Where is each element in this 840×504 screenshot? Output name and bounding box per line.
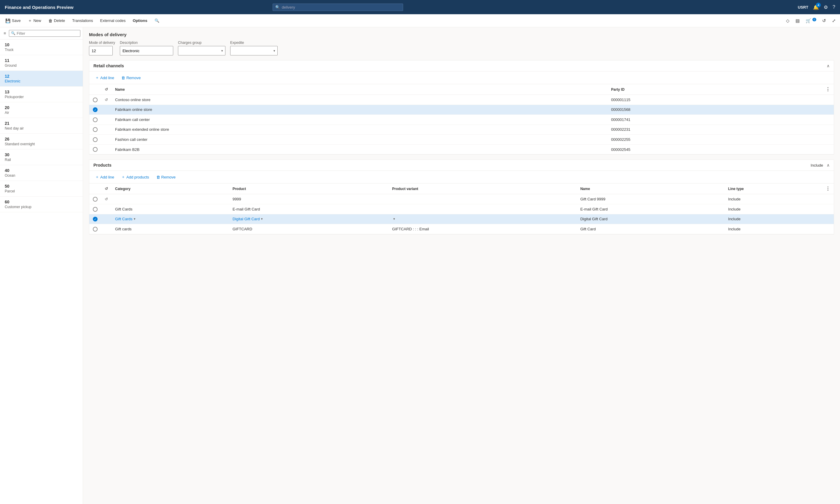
- prod-row-radio-cell[interactable]: [89, 224, 101, 234]
- row-radio-cell[interactable]: [89, 134, 101, 145]
- sidebar-item-50[interactable]: 50 Parcel: [0, 181, 83, 197]
- category-chevron[interactable]: ▾: [134, 217, 136, 221]
- sidebar-item-number-20: 20: [5, 105, 78, 110]
- product-product-cell: 9999: [229, 194, 389, 204]
- retail-channel-row[interactable]: Fabrikam call center 000001741: [89, 115, 834, 125]
- row-radio[interactable]: [93, 107, 97, 112]
- row-radio-cell[interactable]: [89, 95, 101, 105]
- retail-channel-row[interactable]: Fabrikam online store 000001568: [89, 105, 834, 115]
- prod-row-radio[interactable]: [93, 197, 97, 202]
- diamond-icon-btn[interactable]: ◇: [784, 16, 791, 25]
- products-collapse-btn[interactable]: ∧: [827, 163, 829, 167]
- new-button[interactable]: ＋ New: [25, 16, 44, 25]
- prod-row-radio[interactable]: [93, 207, 97, 212]
- row-radio-cell[interactable]: [89, 144, 101, 155]
- product-product-cell[interactable]: Digital Gift Card ▾: [229, 214, 389, 224]
- prod-refresh-header-icon[interactable]: ↺: [105, 186, 108, 191]
- sidebar-filter-input[interactable]: [17, 31, 78, 36]
- prod-row-radio[interactable]: [93, 217, 97, 221]
- sidebar-item-label-10: Truck: [5, 48, 78, 52]
- row-radio[interactable]: [93, 97, 97, 102]
- prod-row-refresh-cell: [101, 214, 111, 224]
- sidebar-item-30[interactable]: 30 Rail: [0, 149, 83, 165]
- product-category-cell[interactable]: Gift Cards ▾: [111, 214, 229, 224]
- refresh-header-icon[interactable]: ↺: [105, 87, 108, 92]
- prod-row-radio-cell[interactable]: [89, 214, 101, 224]
- variant-chevron[interactable]: ▾: [393, 217, 395, 221]
- more-options-icon[interactable]: ⋮: [825, 87, 830, 92]
- options-search-button[interactable]: 🔍: [151, 17, 162, 24]
- product-row[interactable]: Gift Cards ▾ Digital Gift Card ▾ ▾ Digit…: [89, 214, 834, 224]
- notifications-button[interactable]: 🔔 4: [813, 4, 819, 10]
- row-refresh-cell: [101, 105, 111, 115]
- sidebar-item-21[interactable]: 21 Next day air: [0, 118, 83, 134]
- row-radio-cell[interactable]: [89, 115, 101, 125]
- prod-row-radio-cell[interactable]: [89, 204, 101, 214]
- prod-row-radio-cell[interactable]: [89, 194, 101, 204]
- fullscreen-btn[interactable]: ⤢: [830, 16, 838, 25]
- sidebar-item-10[interactable]: 10 Truck: [0, 39, 83, 55]
- filter-icon[interactable]: ≡: [2, 30, 7, 37]
- products-add-line-btn[interactable]: ＋ Add line: [93, 173, 116, 181]
- sidebar-item-12[interactable]: 12 Electronic: [0, 71, 83, 87]
- retail-add-line-btn[interactable]: ＋ Add line: [93, 74, 116, 82]
- prod-row-radio[interactable]: [93, 227, 97, 232]
- sidebar-list: 10 Truck 11 Ground 12 Electronic 13 Pick…: [0, 39, 83, 504]
- product-variant-cell[interactable]: ▾: [389, 214, 577, 224]
- help-button[interactable]: ?: [833, 4, 835, 10]
- mode-input[interactable]: [89, 46, 113, 55]
- prod-more-options-icon[interactable]: ⋮: [825, 186, 830, 191]
- row-radio[interactable]: [93, 147, 97, 152]
- sidebar-item-label-50: Parcel: [5, 189, 78, 193]
- retail-remove-btn[interactable]: 🗑 Remove: [120, 74, 142, 81]
- sidebar-item-13[interactable]: 13 Pickuporder: [0, 87, 83, 102]
- search-bar[interactable]: 🔍: [273, 3, 403, 11]
- products-add-products-btn[interactable]: ＋ Add products: [120, 173, 151, 181]
- sidebar-item-20[interactable]: 20 Air: [0, 102, 83, 118]
- sidebar-item-60[interactable]: 60 Customer pickup: [0, 197, 83, 212]
- retail-channel-row[interactable]: Fashion call center 000002255: [89, 134, 834, 145]
- prod-row-refresh-icon[interactable]: ↺: [105, 197, 108, 201]
- delete-button[interactable]: 🗑 Delete: [46, 17, 68, 25]
- row-radio-cell[interactable]: [89, 125, 101, 134]
- sidebar-item-26[interactable]: 26 Standard overnight: [0, 134, 83, 149]
- product-row[interactable]: Gift Cards E-mail Gift Card E-mail Gift …: [89, 204, 834, 214]
- charges-group-select[interactable]: [178, 46, 226, 55]
- row-radio[interactable]: [93, 137, 97, 142]
- description-input[interactable]: [120, 46, 173, 55]
- save-button[interactable]: 💾 Save: [2, 17, 24, 25]
- settings-button[interactable]: ⚙: [824, 4, 828, 10]
- translations-button[interactable]: Translations: [69, 17, 96, 24]
- sidebar: ≡ 🔍 10 Truck 11 Ground 12 Electronic 13 …: [0, 27, 83, 504]
- product-line-type-cell: Include: [725, 204, 822, 214]
- retail-channel-row[interactable]: Fabrikam extended online store 000002231: [89, 125, 834, 134]
- row-refresh-icon[interactable]: ↺: [105, 97, 108, 102]
- description-label: Description: [120, 41, 173, 45]
- refresh-btn[interactable]: ↺: [820, 16, 828, 25]
- products-toolbar: ＋ Add line ＋ Add products 🗑 Remove: [89, 171, 834, 183]
- product-row[interactable]: ↺ 9999 Gift Card 9999 Include: [89, 194, 834, 204]
- retail-channel-row[interactable]: Fabrikam B2B 000002545: [89, 144, 834, 155]
- row-radio-cell[interactable]: [89, 105, 101, 115]
- row-radio[interactable]: [93, 118, 97, 122]
- products-remove-btn[interactable]: 🗑 Remove: [155, 174, 177, 181]
- cart-btn[interactable]: 🛒 0: [804, 16, 818, 25]
- row-radio[interactable]: [93, 127, 97, 132]
- product-category-cell: [111, 194, 229, 204]
- external-codes-button[interactable]: External codes: [97, 17, 129, 24]
- description-field: Description: [120, 41, 173, 55]
- prod-col-refresh: ↺: [101, 183, 111, 194]
- layout-btn[interactable]: ▤: [794, 16, 801, 25]
- retail-channel-row[interactable]: ↺ Contoso online store 000001115: [89, 95, 834, 105]
- sidebar-item-11[interactable]: 11 Ground: [0, 55, 83, 71]
- options-button[interactable]: Options: [130, 17, 150, 24]
- sidebar-item-40[interactable]: 40 Ocean: [0, 165, 83, 181]
- prod-row-refresh-cell: [101, 204, 111, 214]
- retail-channels-panel: Retail channels ∧ ＋ Add line 🗑 Remove: [89, 60, 834, 155]
- search-input[interactable]: [282, 5, 400, 10]
- product-chevron[interactable]: ▾: [261, 217, 263, 221]
- expedite-select[interactable]: [230, 46, 278, 55]
- retail-channels-collapse-btn[interactable]: ∧: [827, 64, 829, 68]
- product-row[interactable]: Gift cards GIFTCARD GIFTCARD : : : Email…: [89, 224, 834, 234]
- sidebar-item-number-30: 30: [5, 152, 78, 157]
